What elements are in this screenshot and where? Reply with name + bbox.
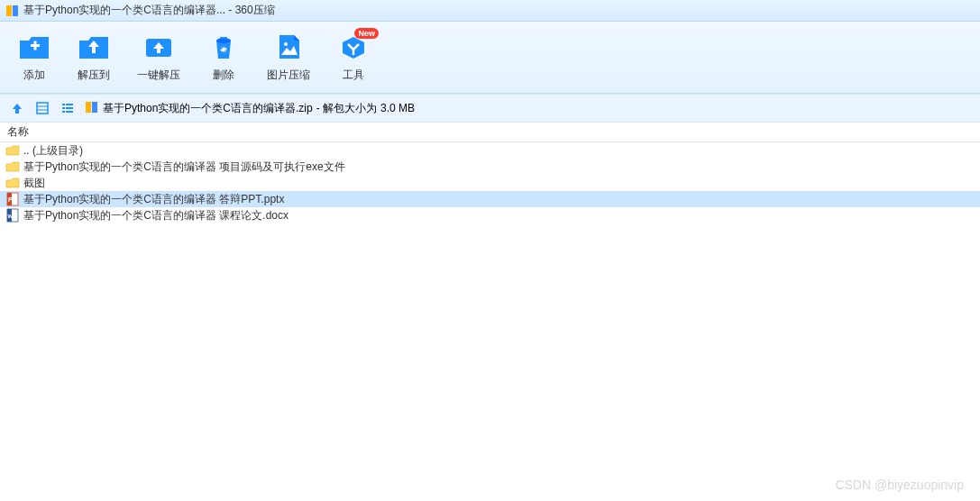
file-name: .. (上级目录) — [23, 143, 83, 159]
pptx-icon: P — [5, 192, 20, 206]
svg-rect-1 — [13, 5, 18, 16]
svg-text:P: P — [8, 196, 13, 203]
titlebar: 基于Python实现的一个类C语言的编译器... - 360压缩 — [0, 0, 980, 22]
watermark: CSDN @biyezuopinvip — [835, 478, 964, 492]
svg-rect-19 — [92, 102, 97, 113]
folder-icon — [5, 176, 20, 190]
svg-rect-18 — [86, 102, 91, 113]
size-value: 3.0 MB — [380, 102, 415, 114]
window-title: 基于Python实现的一个类C语言的编译器... - 360压缩 — [23, 3, 275, 18]
file-name: 基于Python实现的一个类C语言的编译器 答辩PPT.pptx — [23, 192, 284, 207]
toolbar-delete[interactable]: 删除 — [207, 32, 240, 83]
file-row-folder[interactable]: 截图 — [0, 175, 980, 191]
file-row-folder[interactable]: 基于Python实现的一个类C语言的编译器 项目源码及可执行exe文件 — [0, 159, 980, 175]
svg-rect-9 — [37, 103, 48, 114]
column-header[interactable]: 名称 — [0, 123, 980, 142]
navbar: 基于Python实现的一个类C语言的编译器.zip - 解包大小为 3.0 MB — [0, 94, 980, 123]
docx-icon: W — [5, 208, 20, 223]
svg-rect-13 — [66, 104, 73, 105]
view-detail-icon[interactable] — [34, 100, 50, 116]
file-name: 截图 — [23, 176, 45, 191]
file-row-pptx[interactable]: P 基于Python实现的一个类C语言的编译器 答辩PPT.pptx — [0, 191, 980, 207]
toolbar-label: 图片压缩 — [267, 68, 310, 83]
folder-up-icon — [5, 143, 20, 158]
archive-icon — [85, 100, 99, 117]
add-icon — [18, 32, 50, 62]
toolbar-extract-to[interactable]: 解压到 — [78, 32, 110, 83]
toolbar-label: 工具 — [343, 68, 364, 83]
toolbar-label: 添加 — [23, 68, 45, 83]
file-row-up[interactable]: .. (上级目录) — [0, 142, 980, 159]
view-list-icon[interactable] — [60, 100, 76, 116]
svg-rect-14 — [62, 107, 65, 109]
one-click-extract-icon — [142, 32, 175, 62]
extract-to-icon — [78, 32, 110, 62]
toolbar: 添加 解压到 一键解压 删除 图片压缩 New 工具 — [0, 22, 980, 94]
file-row-docx[interactable]: W 基于Python实现的一个类C语言的编译器 课程论文.docx — [0, 207, 980, 223]
svg-text:W: W — [8, 214, 14, 219]
toolbar-tools[interactable]: New 工具 — [337, 32, 370, 83]
up-arrow-icon[interactable] — [9, 100, 25, 116]
toolbar-one-click-extract[interactable]: 一键解压 — [137, 32, 180, 83]
svg-rect-12 — [62, 104, 65, 105]
toolbar-add[interactable]: 添加 — [18, 32, 50, 83]
svg-rect-15 — [66, 107, 73, 109]
folder-icon — [5, 159, 20, 174]
size-prefix: - 解包大小为 — [316, 101, 377, 116]
svg-rect-3 — [34, 41, 37, 50]
app-icon — [5, 4, 20, 18]
column-name: 名称 — [7, 124, 29, 140]
svg-rect-17 — [66, 111, 73, 113]
image-compress-icon — [272, 32, 305, 62]
toolbar-image-compress[interactable]: 图片压缩 — [267, 32, 310, 83]
file-list: .. (上级目录) 基于Python实现的一个类C语言的编译器 项目源码及可执行… — [0, 142, 980, 223]
toolbar-label: 一键解压 — [137, 68, 180, 83]
archive-name: 基于Python实现的一个类C语言的编译器.zip — [103, 101, 313, 116]
file-name: 基于Python实现的一个类C语言的编译器 课程论文.docx — [23, 208, 289, 223]
svg-rect-0 — [6, 5, 12, 16]
svg-rect-16 — [62, 111, 65, 113]
delete-icon — [207, 32, 240, 62]
svg-point-7 — [284, 42, 288, 46]
toolbar-label: 删除 — [213, 68, 234, 83]
new-badge: New — [354, 28, 379, 39]
breadcrumb[interactable]: 基于Python实现的一个类C语言的编译器.zip - 解包大小为 3.0 MB — [85, 100, 415, 117]
file-name: 基于Python实现的一个类C语言的编译器 项目源码及可执行exe文件 — [23, 159, 345, 175]
toolbar-label: 解压到 — [78, 68, 110, 83]
